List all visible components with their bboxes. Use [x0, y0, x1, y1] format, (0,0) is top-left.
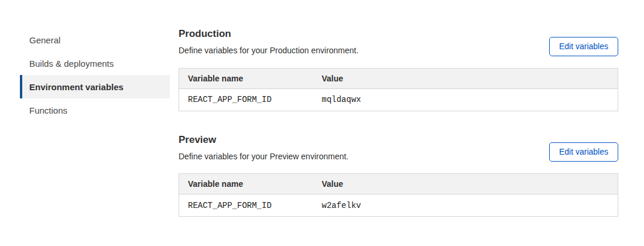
table-row: REACT_APP_FORM_ID w2afelkv	[179, 194, 618, 217]
production-section-text: Production Define variables for your Pro…	[179, 28, 358, 56]
sidebar-item-label: Functions	[29, 105, 67, 115]
sidebar-item-label: Builds & deployments	[29, 59, 114, 69]
sidebar-item-builds-deployments[interactable]: Builds & deployments	[20, 52, 170, 75]
column-header-variable-name: Variable name	[179, 174, 313, 194]
table-row: REACT_APP_FORM_ID mqldaqwx	[179, 88, 618, 111]
column-header-value: Value	[313, 174, 618, 194]
variable-name-cell: REACT_APP_FORM_ID	[179, 88, 313, 111]
sidebar-item-label: Environment variables	[29, 82, 124, 92]
edit-variables-button-production[interactable]: Edit variables	[549, 37, 618, 56]
preview-title: Preview	[179, 134, 348, 146]
edit-variables-button-preview[interactable]: Edit variables	[549, 142, 618, 162]
column-header-value: Value	[313, 68, 618, 88]
production-section: Production Define variables for your Pro…	[179, 28, 618, 111]
environment-variables-panel: Production Define variables for your Pro…	[179, 28, 618, 240]
production-section-header: Production Define variables for your Pro…	[179, 28, 618, 56]
preview-section-header: Preview Define variables for your Previe…	[179, 134, 618, 162]
production-description: Define variables for your Production env…	[179, 45, 358, 56]
variable-value-cell: mqldaqwx	[313, 88, 618, 111]
settings-sidebar: General Builds & deployments Environment…	[20, 28, 170, 240]
sidebar-item-label: General	[29, 35, 60, 45]
preview-section-text: Preview Define variables for your Previe…	[179, 134, 348, 162]
table-header-row: Variable name Value	[179, 174, 618, 194]
preview-description: Define variables for your Preview enviro…	[179, 151, 348, 162]
preview-section: Preview Define variables for your Previe…	[179, 134, 618, 217]
sidebar-item-general[interactable]: General	[20, 28, 170, 52]
table-header-row: Variable name Value	[179, 68, 618, 88]
production-title: Production	[179, 28, 358, 40]
settings-page: General Builds & deployments Environment…	[0, 0, 644, 240]
preview-variables-table: Variable name Value REACT_APP_FORM_ID w2…	[179, 173, 618, 217]
production-variables-table: Variable name Value REACT_APP_FORM_ID mq…	[179, 68, 618, 111]
variable-value-cell: w2afelkv	[313, 194, 618, 217]
sidebar-item-functions[interactable]: Functions	[20, 98, 170, 122]
column-header-variable-name: Variable name	[179, 68, 313, 88]
sidebar-item-environment-variables[interactable]: Environment variables	[20, 75, 170, 98]
variable-name-cell: REACT_APP_FORM_ID	[179, 194, 313, 217]
